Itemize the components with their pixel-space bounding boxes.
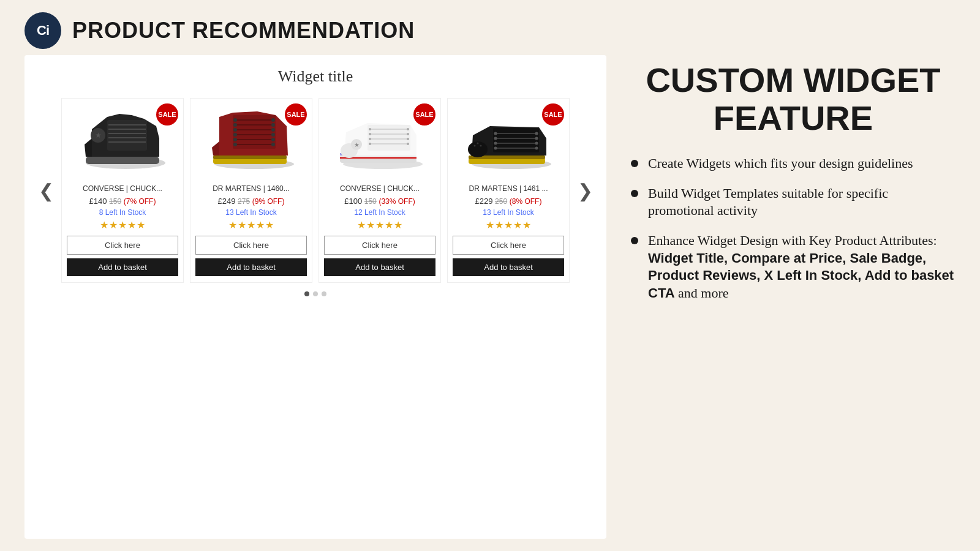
bullet-text-1: Create Widgets which fits your design gu…	[648, 155, 913, 173]
svg-point-60	[480, 145, 482, 147]
bullet-dot-icon	[631, 237, 638, 244]
svg-point-27	[271, 133, 275, 137]
svg-point-30	[233, 143, 237, 146]
svg-text:★: ★	[354, 141, 360, 148]
svg-point-71	[494, 147, 497, 150]
svg-point-20	[233, 118, 237, 122]
product-price: £140 150 (7% OFF)	[89, 197, 156, 206]
svg-rect-12	[213, 156, 287, 159]
price-discount: (33% OFF)	[379, 197, 415, 206]
svg-point-45	[369, 133, 371, 135]
carousel-wrapper: ❮ SALE	[37, 98, 594, 283]
click-here-button[interactable]: Click here	[67, 236, 178, 255]
feature-title: CUSTOM WIDGET FEATURE	[631, 61, 956, 137]
stock-count: 13 Left In Stock	[483, 208, 533, 217]
bullet-dot-icon	[631, 160, 638, 167]
stock-count: 8 Left In Stock	[99, 208, 146, 217]
svg-rect-1	[86, 157, 159, 164]
svg-point-72	[535, 147, 538, 150]
svg-point-44	[407, 128, 409, 130]
widget-container: Widget title ❮ SALE	[24, 55, 606, 539]
svg-point-31	[271, 143, 275, 146]
svg-point-43	[369, 128, 371, 130]
product-card: SALE	[61, 98, 184, 283]
svg-point-49	[369, 143, 371, 145]
price-current: £140	[89, 197, 107, 206]
carousel-dot-3[interactable]	[322, 291, 326, 296]
feature-bullet-1: Create Widgets which fits your design gu…	[631, 155, 956, 173]
price-original: 150	[364, 197, 377, 206]
header: Ci PRODUCT RECOMMENDATION	[0, 0, 980, 55]
feature-bullet-2: Build Widget Templates suitable for spec…	[631, 185, 956, 220]
svg-point-66	[535, 132, 538, 135]
svg-point-26	[233, 133, 237, 137]
svg-point-29	[271, 138, 275, 141]
widget-title: Widget title	[37, 67, 594, 86]
svg-point-50	[407, 143, 409, 145]
star-rating: ★★★★★	[357, 219, 403, 231]
carousel-dot-2[interactable]	[313, 291, 318, 296]
svg-point-25	[271, 128, 275, 132]
price-original: 250	[495, 197, 507, 206]
logo-text: Ci	[37, 23, 49, 39]
price-current: £229	[475, 197, 493, 206]
add-to-basket-button[interactable]: Add to basket	[324, 258, 435, 276]
main-content: Widget title ❮ SALE	[0, 55, 980, 551]
price-current: £100	[344, 197, 362, 206]
click-here-button[interactable]: Click here	[453, 236, 564, 255]
product-card: SALE	[190, 98, 312, 283]
feature-bullets: Create Widgets which fits your design gu…	[631, 155, 956, 314]
header-title: PRODUCT RECOMMENDATION	[72, 18, 415, 43]
add-to-basket-button[interactable]: Add to basket	[195, 258, 307, 276]
svg-point-28	[233, 138, 237, 141]
carousel-dot-1[interactable]	[304, 291, 309, 296]
sale-badge: SALE	[413, 103, 435, 126]
add-to-basket-button[interactable]: Add to basket	[67, 258, 178, 276]
svg-point-65	[494, 132, 497, 135]
bullet-text-3: Enhance Widget Design with Key Product A…	[648, 232, 956, 302]
svg-point-68	[535, 137, 538, 140]
bullet-text-2: Build Widget Templates suitable for spec…	[648, 185, 956, 220]
click-here-button[interactable]: Click here	[324, 236, 435, 255]
price-discount: (8% OFF)	[510, 197, 542, 206]
right-panel: CUSTOM WIDGET FEATURE Create Widgets whi…	[631, 55, 956, 539]
product-card: SALE	[447, 98, 570, 283]
star-rating: ★★★★★	[100, 219, 146, 231]
svg-point-23	[271, 123, 275, 127]
svg-point-24	[233, 128, 237, 132]
stock-count: 12 Left In Stock	[354, 208, 405, 217]
add-to-basket-button[interactable]: Add to basket	[453, 258, 564, 276]
svg-point-70	[535, 142, 538, 145]
product-price: £100 150 (33% OFF)	[344, 197, 415, 206]
svg-point-46	[407, 133, 409, 135]
svg-point-59	[477, 143, 479, 144]
feature-bullet-3: Enhance Widget Design with Key Product A…	[631, 232, 956, 302]
product-name: CONVERSE | CHUCK...	[83, 184, 162, 193]
carousel-dots	[37, 291, 594, 296]
product-name: CONVERSE | CHUCK...	[340, 184, 420, 193]
svg-point-48	[407, 138, 409, 140]
price-original: 150	[109, 197, 121, 206]
svg-point-58	[474, 145, 476, 147]
logo: Ci	[24, 12, 61, 49]
svg-text:★: ★	[95, 131, 102, 140]
price-discount: (9% OFF)	[252, 197, 285, 206]
svg-point-21	[271, 118, 275, 122]
carousel-next-button[interactable]: ❯	[576, 180, 594, 201]
click-here-button[interactable]: Click here	[195, 236, 307, 255]
sale-badge: SALE	[156, 103, 178, 126]
carousel-prev-button[interactable]: ❮	[37, 180, 55, 201]
bullet-dot-icon	[631, 190, 638, 197]
product-name: DR MARTENS | 1461 ...	[469, 184, 548, 193]
price-original: 275	[238, 197, 250, 206]
star-rating: ★★★★★	[228, 219, 274, 231]
product-name: DR MARTENS | 1460...	[213, 184, 290, 193]
price-current: £249	[218, 197, 236, 206]
stock-count: 13 Left In Stock	[225, 208, 276, 217]
product-price: £249 275 (9% OFF)	[218, 197, 285, 206]
products-row: SALE	[61, 98, 570, 283]
product-price: £229 250 (8% OFF)	[475, 197, 542, 206]
svg-point-69	[494, 142, 497, 145]
svg-point-47	[369, 138, 371, 140]
star-rating: ★★★★★	[486, 219, 532, 231]
